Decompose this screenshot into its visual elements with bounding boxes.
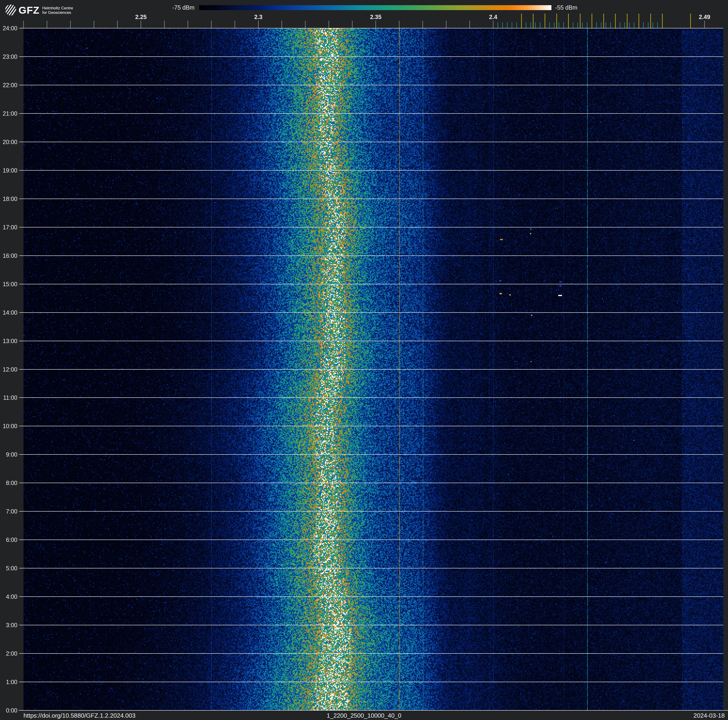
hour-line (19, 454, 723, 455)
freq-tick-minor (281, 21, 282, 28)
freq-tick-cyan (610, 22, 611, 28)
time-label: 9:00 (0, 451, 17, 458)
hour-line (19, 57, 723, 57)
freq-tick-cyan (535, 22, 536, 28)
colorbar (199, 5, 551, 10)
freq-tick-cyan (516, 22, 517, 28)
freq-tick-yellow (556, 14, 557, 28)
freq-tick-yellow (639, 14, 639, 28)
hour-line (19, 369, 723, 370)
time-label: 15:00 (0, 281, 17, 287)
freq-tick-minor (376, 21, 376, 28)
freq-tick-cyan (573, 22, 573, 28)
hour-line (19, 28, 723, 28)
freq-tick-cyan (624, 22, 625, 28)
hour-line (19, 568, 723, 568)
colorbar-max-label: -55 dBm (555, 4, 607, 11)
time-label: 21:00 (0, 110, 17, 117)
freq-tick-cyan (526, 22, 526, 28)
time-label: 13:00 (0, 338, 17, 344)
colorbar-min-label: -75 dBm (145, 4, 194, 11)
time-label: 23:00 (0, 54, 17, 60)
freq-tick-cyan (554, 22, 554, 28)
freq-tick-yellow (650, 14, 651, 28)
freq-tick-minor (329, 21, 329, 28)
freq-label: 2.35 (359, 14, 392, 20)
hour-line (19, 653, 723, 654)
time-label: 8:00 (0, 479, 17, 486)
time-label: 22:00 (0, 82, 17, 88)
time-label: 4:00 (0, 593, 17, 600)
hour-line (19, 170, 723, 171)
date-label: 2024-03-18 (693, 712, 725, 719)
freq-tick-yellow (521, 14, 522, 28)
freq-tick-yellow (580, 14, 581, 28)
hour-line (19, 284, 723, 284)
freq-tick-minor (352, 21, 352, 28)
hour-line (19, 426, 723, 426)
time-label: 14:00 (0, 309, 17, 316)
freq-tick-cyan (648, 22, 648, 28)
freq-tick-yellow (544, 14, 545, 28)
freq-tick-cyan (606, 22, 606, 28)
gfz-brand: GFZ (18, 5, 40, 15)
freq-tick-minor (305, 21, 306, 28)
freq-tick-cyan (601, 22, 601, 28)
freq-tick-yellow (603, 14, 604, 28)
hour-line (19, 511, 723, 512)
freq-tick-cyan (653, 22, 653, 28)
freq-tick-minor (258, 21, 258, 28)
freq-label: 2.25 (124, 14, 158, 20)
freq-tick-cyan (587, 22, 587, 28)
hour-line (19, 199, 723, 199)
freq-tick-yellow (568, 14, 569, 28)
hour-line (19, 341, 723, 341)
freq-tick-yellow (615, 14, 616, 28)
freq-tick-minor (211, 21, 212, 28)
time-label: 18:00 (0, 196, 17, 202)
freq-tick-cyan (596, 22, 597, 28)
freq-tick-yellow (533, 14, 534, 28)
hour-line (19, 227, 723, 227)
freq-tick-cyan (563, 22, 564, 28)
freq-tick-cyan (502, 22, 503, 28)
hour-line (19, 596, 723, 597)
time-label: 19:00 (0, 167, 17, 174)
freq-label: 2.3 (242, 14, 275, 20)
hour-line (19, 312, 723, 313)
freq-tick-yellow (627, 14, 627, 28)
freq-tick-cyan (531, 22, 531, 28)
time-label: 11:00 (0, 394, 17, 401)
freq-tick-cyan (629, 22, 630, 28)
freq-tick-minor (493, 21, 493, 28)
time-label: 20:00 (0, 139, 17, 145)
hour-line (19, 625, 723, 625)
freq-tick-minor (94, 21, 94, 28)
freq-tick-cyan (498, 22, 498, 28)
freq-tick-cyan (540, 22, 540, 28)
freq-tick-cyan (657, 22, 658, 28)
hour-line (19, 142, 723, 142)
hour-line (19, 710, 728, 711)
freq-tick-minor (141, 21, 141, 28)
freq-tick-cyan (559, 22, 559, 28)
time-label: 10:00 (0, 423, 17, 429)
hour-line (19, 682, 723, 682)
gfz-tagline: Helmholtz Centre for Geosciences (42, 6, 73, 15)
time-label: 6:00 (0, 536, 17, 543)
gfz-tagline-line2: for Geosciences (42, 10, 73, 15)
hour-line (19, 85, 723, 85)
freq-tick-cyan (507, 22, 508, 28)
freq-tick-minor (399, 21, 399, 28)
freq-tick-minor (47, 21, 47, 28)
dataset-filename: 1_2200_2500_10000_40_0 (0, 712, 728, 719)
freq-tick-cyan (643, 22, 644, 28)
freq-tick-cyan (620, 22, 620, 28)
freq-tick-minor (446, 21, 447, 28)
freq-tick-cyan (549, 22, 550, 28)
time-label: 1:00 (0, 679, 17, 685)
hour-line (19, 397, 723, 398)
freq-tick-minor (235, 21, 235, 28)
freq-tick-cyan (582, 22, 583, 28)
freq-tick-minor (117, 21, 118, 28)
